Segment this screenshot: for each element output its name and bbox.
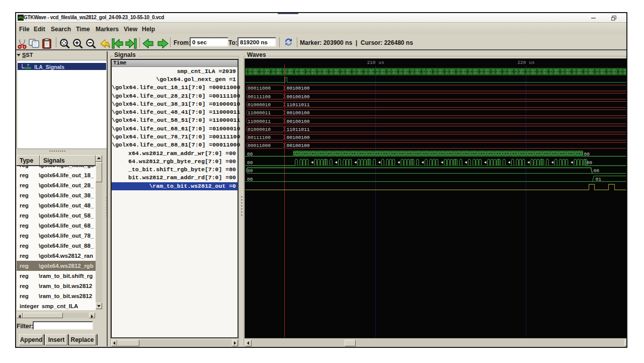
- svg-text:11000011: 11000011: [248, 118, 271, 124]
- svg-text:01000010: 01000010: [248, 126, 271, 132]
- svg-text:220 us: 220 us: [517, 59, 534, 65]
- svg-text:00111100: 00111100: [248, 94, 271, 99]
- svg-text:11011011: 11011011: [287, 102, 310, 107]
- svg-text:00: 00: [247, 151, 253, 157]
- svg-text:00100100: 00100100: [287, 110, 310, 116]
- svg-text:11000011: 11000011: [248, 110, 271, 116]
- svg-text:00100100: 00100100: [287, 118, 310, 124]
- svg-text:80: 80: [247, 168, 253, 174]
- svg-text:00011000: 00011000: [248, 86, 271, 91]
- svg-text:00: 00: [247, 176, 253, 182]
- svg-text:01000010: 01000010: [248, 102, 271, 107]
- svg-text:00: 00: [584, 151, 590, 157]
- svg-text:00100100: 00100100: [287, 86, 310, 91]
- svg-text:00011000: 00011000: [248, 143, 271, 149]
- svg-text:01: 01: [596, 176, 602, 182]
- svg-text:00: 00: [587, 160, 593, 166]
- svg-text:11011011: 11011011: [287, 126, 310, 132]
- svg-text:210 us: 210 us: [367, 59, 384, 65]
- svg-text:00: 00: [594, 168, 600, 174]
- svg-text:00100100: 00100100: [287, 135, 310, 140]
- svg-text:00100100: 00100100: [287, 94, 310, 99]
- svg-text:00111100: 00111100: [248, 135, 271, 140]
- svg-text:00100100: 00100100: [287, 143, 310, 149]
- svg-text:00: 00: [247, 160, 253, 166]
